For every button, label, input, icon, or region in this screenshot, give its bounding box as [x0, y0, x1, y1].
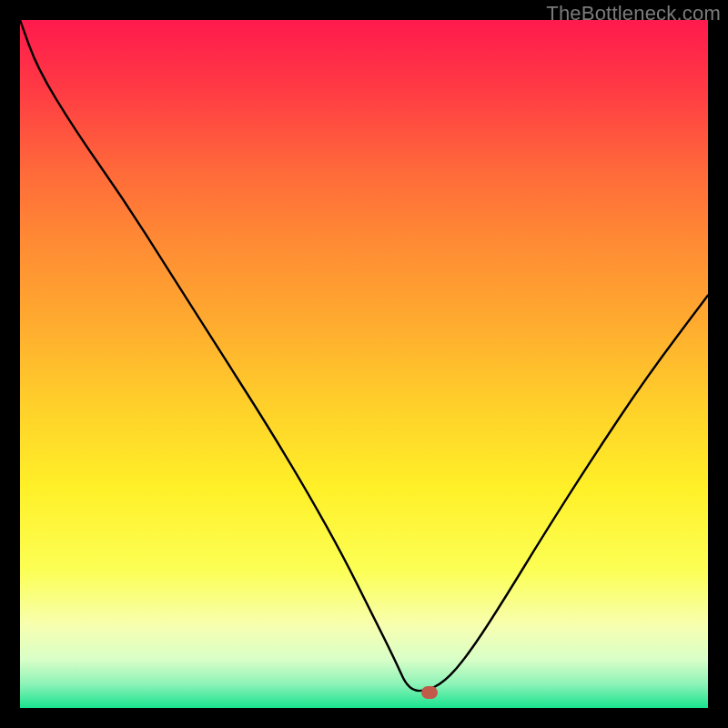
chart-plot-area	[20, 20, 708, 708]
curve-path	[20, 20, 708, 691]
optimum-marker	[421, 686, 438, 699]
chart-frame: TheBottleneck.com	[0, 0, 728, 728]
bottleneck-curve	[20, 20, 708, 708]
